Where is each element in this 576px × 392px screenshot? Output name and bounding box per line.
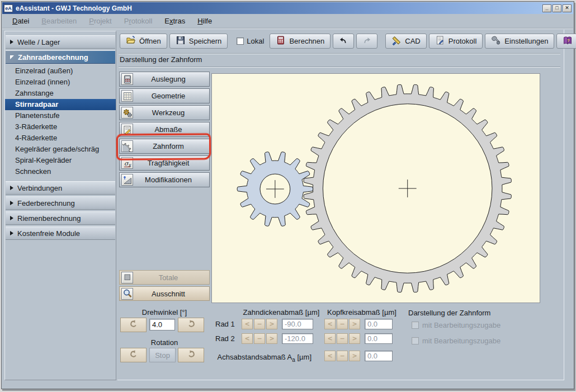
sidebar-item-spiral-kegelr-der[interactable]: Spiral-Kegelräder xyxy=(5,155,116,166)
achsabstand-decrement-button: < xyxy=(324,351,336,361)
sidebar-item-stirnradpaar[interactable]: Stirnradpaar xyxy=(5,99,116,110)
menu-item-datei[interactable]: Datei xyxy=(12,17,29,25)
zahndicken-2-reset-button: − xyxy=(254,333,265,344)
kopfkreis-2-reset-button: − xyxy=(337,333,348,344)
zahndicken-1-increment-button: > xyxy=(266,319,277,329)
darstellung-title: Darstellung der Zahnform xyxy=(408,309,490,317)
close-button[interactable]: ✕ xyxy=(563,4,572,12)
triangle-collapsed-icon xyxy=(10,231,13,235)
sidebar-section-federberechnung[interactable]: Federberechnung xyxy=(6,196,115,210)
nav-tragf-higkeit-button[interactable]: σxTragfähigkeit xyxy=(119,155,210,171)
einstellungen-button[interactable]: Einstellungen xyxy=(485,34,554,49)
undo-button[interactable] xyxy=(333,34,354,49)
rotate-ccw-button[interactable] xyxy=(120,318,147,332)
redo-icon xyxy=(362,35,372,45)
sidebar-section-label: Verbindungen xyxy=(17,184,62,192)
sidebar-section-riemenberechnung[interactable]: Riemenberechnung xyxy=(6,211,115,225)
nav-zahnform-button[interactable]: Zahnform xyxy=(119,139,210,154)
sidebar-item-4-r-derkette[interactable]: 4-Räderkette xyxy=(5,133,116,144)
tragfaehigkeit-icon: σx xyxy=(122,158,133,168)
rotation-cw-button[interactable] xyxy=(178,348,204,362)
rotation-ccw-button[interactable] xyxy=(120,348,147,362)
lokal-label: Lokal xyxy=(247,37,264,45)
rotate-ccw-icon xyxy=(129,319,139,329)
nav-button-label: Tragfähigkeit xyxy=(133,159,204,167)
protokoll-button[interactable]: Protokoll xyxy=(429,34,483,49)
svg-text:σx: σx xyxy=(124,160,132,168)
sidebar-item-schnecken[interactable]: Schnecken xyxy=(5,166,116,177)
rotate-ccw-icon xyxy=(129,349,139,359)
rotate-cw-icon xyxy=(186,349,196,359)
kopfkreis-1-reset-button: − xyxy=(337,319,348,329)
sidebar-section-verbindungen[interactable]: Verbindungen xyxy=(6,181,115,195)
sidebar-section-label: Welle / Lager xyxy=(17,38,60,46)
achsabstand-increment-button: > xyxy=(349,351,360,361)
oeffnen-label: Öffnen xyxy=(139,37,161,45)
nav-button-label: Modifikationen xyxy=(133,176,204,184)
sidebar-section-welle-lager[interactable]: Welle / Lager xyxy=(6,35,115,49)
ausschnitt-button[interactable]: Ausschnitt xyxy=(119,286,210,301)
kopfkreis-field-1[interactable] xyxy=(365,319,393,329)
sidebar-section-zahnradberechnung[interactable]: Zahnradberechnung xyxy=(6,50,115,64)
nav-werkzeug-button[interactable]: Werkzeug xyxy=(119,105,210,120)
zahndicken-field-1[interactable] xyxy=(282,319,313,329)
nav-auslegung-button[interactable]: Auslegung xyxy=(119,72,210,87)
berechnen-button[interactable]: Berechnen xyxy=(270,34,331,49)
lokal-checkbox[interactable]: Lokal xyxy=(237,37,264,45)
menu-item-hilfe[interactable]: Hilfe xyxy=(197,17,212,25)
hilfe-button[interactable]: ?Hilfe xyxy=(556,34,576,49)
sidebar-item-planetenstufe[interactable]: Planetenstufe xyxy=(5,110,116,121)
abmasse-icon xyxy=(122,125,133,135)
nav-modifikationen-button[interactable]: Modifikationen xyxy=(119,172,210,187)
window-title: eAssistant - GWJ Technology GmbH xyxy=(16,4,132,12)
magnifier-icon xyxy=(122,289,133,299)
view-header: Darstellung der Zahnform xyxy=(120,55,202,64)
speichern-button[interactable]: Speichern xyxy=(169,34,228,49)
totale-button: Totale xyxy=(119,270,210,285)
rotation-stop-button: Stop xyxy=(149,348,176,362)
menu-separator xyxy=(2,28,573,29)
checkbox-label: mit Bearbeitungszugabe xyxy=(422,321,501,329)
triangle-collapsed-icon xyxy=(10,201,13,205)
nav-geometrie-button[interactable]: Geometrie xyxy=(119,88,210,103)
sidebar-item-einzelrad-innen-[interactable]: Einzelrad (innen) xyxy=(5,77,116,88)
sidebar: Welle / LagerZahnradberechnungEinzelrad … xyxy=(4,31,116,380)
gear-canvas[interactable] xyxy=(211,73,540,303)
bearbeitungszugabe-checkbox-2: mit Bearbeitungszugabe xyxy=(412,337,501,345)
zahndicken-1-reset-button: − xyxy=(254,319,265,329)
cad-icon xyxy=(391,35,402,45)
sidebar-item-3-r-derkette[interactable]: 3-Räderkette xyxy=(5,121,116,133)
achsabstand-spinner: <−> xyxy=(324,351,360,361)
cad-button[interactable]: CAD xyxy=(385,34,426,49)
titlebar: eA eAssistant - GWJ Technology GmbH _ □ … xyxy=(2,2,573,14)
zahndicken-field-2[interactable] xyxy=(282,333,313,344)
undo-icon xyxy=(338,35,348,45)
sidebar-section-label: Federberechnung xyxy=(17,199,75,207)
sidebar-section-kostenfreie-module[interactable]: Kostenfreie Module xyxy=(6,226,115,240)
kopfkreis-spinner-2: <−> xyxy=(324,333,360,344)
rotation-label: Rotation xyxy=(119,338,210,347)
drehwinkel-input[interactable] xyxy=(149,319,175,330)
kopfkreis-field-2[interactable] xyxy=(365,333,393,344)
minimize-button[interactable]: _ xyxy=(542,4,551,12)
view-button-label: Totale xyxy=(133,273,204,282)
checkbox-box-icon[interactable] xyxy=(237,37,244,45)
sidebar-item-einzelrad-au-en-[interactable]: Einzelrad (außen) xyxy=(5,65,116,77)
sidebar-item-kegelr-der-gerade-schr-g[interactable]: Kegelräder gerade/schräg xyxy=(5,144,116,155)
sidebar-item-zahnstange[interactable]: Zahnstange xyxy=(5,88,116,99)
nav-button-label: Abmaße xyxy=(133,125,204,134)
rotate-cw-button[interactable] xyxy=(178,318,204,332)
einstellungen-icon xyxy=(491,35,501,45)
menu-item-extras[interactable]: Extras xyxy=(164,17,185,25)
achsabstand-field[interactable] xyxy=(365,351,393,361)
maximize-button[interactable]: □ xyxy=(553,4,561,12)
zahndicken-1-decrement-button: < xyxy=(242,319,253,329)
menubar: DateiBearbeitenProjektProtokollExtrasHil… xyxy=(2,14,573,27)
kopfkreis-1-increment-button: > xyxy=(349,319,360,329)
triangle-collapsed-icon xyxy=(10,216,13,220)
checkbox-box-icon xyxy=(412,322,419,329)
redo-button xyxy=(356,34,377,49)
kopfkreis-spinner-1: <−> xyxy=(324,319,360,329)
oeffnen-button[interactable]: Öffnen xyxy=(120,34,167,49)
nav-abma-e-button[interactable]: Abmaße xyxy=(119,122,210,137)
